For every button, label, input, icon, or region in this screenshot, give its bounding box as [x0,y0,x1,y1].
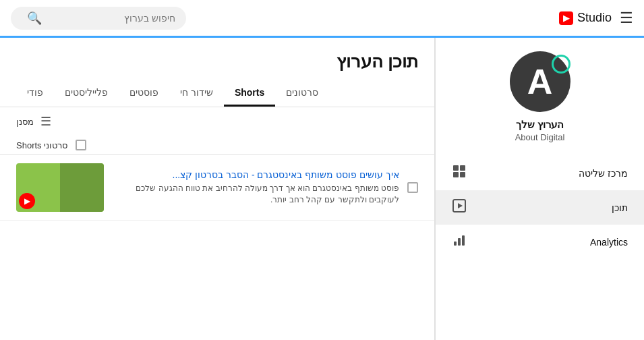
tab-playlists[interactable]: פלייליסטים [54,80,119,107]
sidebar-item-content-label: תוכן [612,202,628,213]
chart-icon [452,233,467,251]
layout: תוכן הערוץ פודי פלייליסטים פוסטים שידור … [0,38,644,340]
sidebar-item-dashboard-label: מרכז שליטה [579,168,628,179]
tab-videos[interactable]: סרטונים [275,80,329,107]
sidebar-item-analytics[interactable]: Analytics [436,225,644,259]
thumbnail-overlay [60,163,104,212]
search-input[interactable] [42,13,175,24]
svg-rect-2 [453,172,459,177]
youtube-icon [559,11,573,25]
youtube-studio-logo: Studio [559,11,612,25]
topbar-right: Studio ☰ [559,9,633,27]
video-title[interactable]: איך עושים פוסט משותף באינסטגרם - הסבר בס… [112,169,399,180]
svg-rect-6 [454,242,457,246]
tab-posts[interactable]: פוסטים [119,80,169,107]
topbar: 🔍 Studio ☰ [0,0,644,38]
tab-shorts[interactable]: Shorts [224,80,275,107]
search-icon: 🔍 [27,11,42,26]
filter-icon[interactable]: ☰ [40,114,51,129]
sidebar: A הערוץ שלך About Digital מרכז שליטה [435,38,644,340]
video-row: איך עושים פוסט משותף באינסטגרם - הסבר בס… [0,155,434,221]
filter-bar: ☰ מסנן [0,107,434,136]
video-description: פוסט משותף באינסטגרם הוא אך דרך מעולה לה… [112,183,399,206]
svg-rect-8 [462,235,465,246]
sidebar-nav: מרכז שליטה תוכן [436,156,644,259]
menu-icon[interactable]: ☰ [620,9,633,27]
svg-rect-1 [460,165,465,171]
topbar-left: 🔍 [11,7,186,30]
table-header-label: סרטוני Shorts [16,140,67,150]
sidebar-item-content[interactable]: תוכן [436,190,644,225]
tab-live[interactable]: שידור חי [169,80,224,107]
main-content: תוכן הערוץ פודי פלייליסטים פוסטים שידור … [0,38,435,340]
page-title: תוכן הערוץ [16,51,418,72]
filter-label: מסנן [16,117,34,127]
avatar-accent [552,55,570,74]
video-checkbox[interactable] [407,182,418,193]
video-thumbnail[interactable]: ▶ [16,163,104,212]
channel-subtitle: About Digital [515,132,565,142]
svg-marker-5 [458,203,463,208]
avatar-letter: A [527,64,553,99]
sidebar-item-analytics-label: Analytics [590,237,628,248]
grid-icon [452,164,467,182]
sidebar-item-dashboard[interactable]: מרכז שליטה [436,156,644,190]
svg-rect-7 [458,238,461,246]
video-info: איך עושים פוסט משותף באינסטגרם - הסבר בס… [112,169,399,206]
channel-header: תוכן הערוץ [0,38,434,72]
channel-avatar: A [510,51,570,112]
svg-rect-3 [460,172,465,177]
play-icon [452,198,467,217]
select-all-checkbox[interactable] [76,140,86,150]
shorts-badge: ▶ [19,193,35,209]
search-bar[interactable]: 🔍 [11,7,186,30]
studio-label: Studio [577,11,612,25]
channel-name: הערוץ שלך [516,119,564,131]
table-header: סרטוני Shorts [0,136,434,155]
tabs: פודי פלייליסטים פוסטים שידור חי Shorts ס… [0,80,434,107]
svg-rect-0 [453,165,459,171]
tab-podi[interactable]: פודי [16,80,54,107]
